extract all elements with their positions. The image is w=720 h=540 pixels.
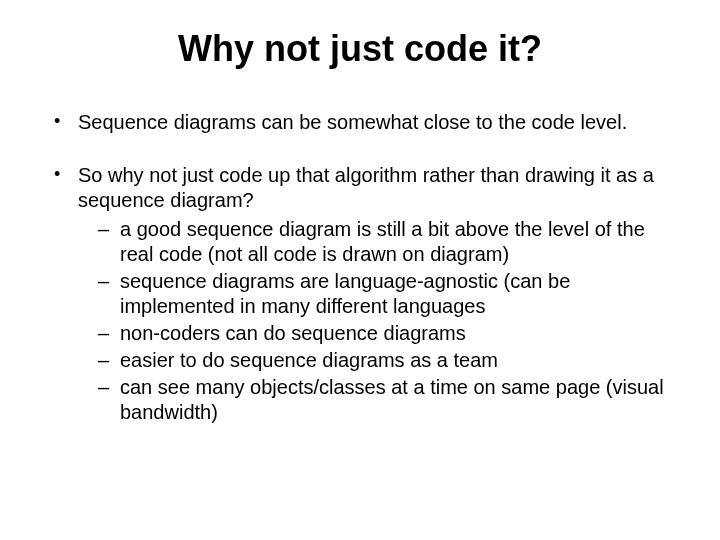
sub-bullet-text: a good sequence diagram is still a bit a… xyxy=(120,218,645,265)
bullet-text: Sequence diagrams can be somewhat close … xyxy=(78,111,627,133)
slide-title: Why not just code it? xyxy=(40,28,680,70)
list-item: non-coders can do sequence diagrams xyxy=(96,321,680,346)
sub-bullet-list: a good sequence diagram is still a bit a… xyxy=(96,217,680,425)
list-item: So why not just code up that algorithm r… xyxy=(50,163,680,425)
sub-bullet-text: non-coders can do sequence diagrams xyxy=(120,322,466,344)
slide: Why not just code it? Sequence diagrams … xyxy=(0,0,720,540)
list-item: Sequence diagrams can be somewhat close … xyxy=(50,110,680,135)
sub-bullet-text: easier to do sequence diagrams as a team xyxy=(120,349,498,371)
list-item: can see many objects/classes at a time o… xyxy=(96,375,680,425)
bullet-list: Sequence diagrams can be somewhat close … xyxy=(50,110,680,425)
sub-bullet-text: can see many objects/classes at a time o… xyxy=(120,376,664,423)
bullet-text: So why not just code up that algorithm r… xyxy=(78,164,654,211)
list-item: easier to do sequence diagrams as a team xyxy=(96,348,680,373)
list-item: sequence diagrams are language-agnostic … xyxy=(96,269,680,319)
sub-bullet-text: sequence diagrams are language-agnostic … xyxy=(120,270,570,317)
list-item: a good sequence diagram is still a bit a… xyxy=(96,217,680,267)
